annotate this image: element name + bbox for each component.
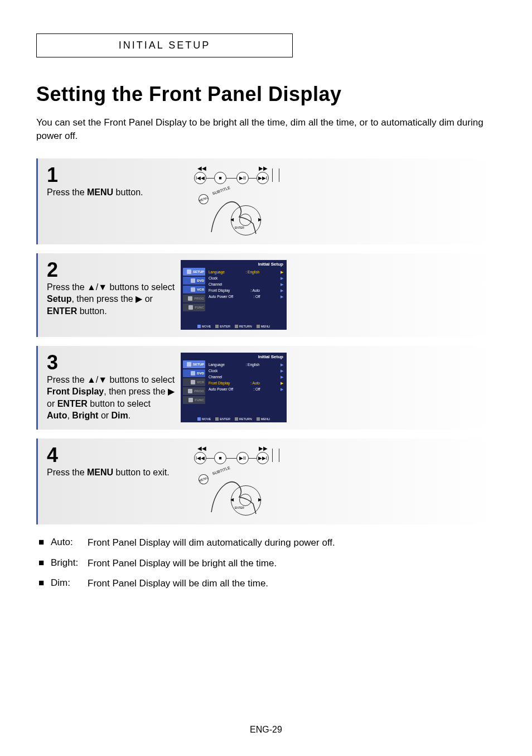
section-header-box: INITIAL SETUP [36,33,293,57]
menu-item-auto-power-off: Auto Power Off: Off▶ [209,386,283,392]
step-1-text: 1 Press the MENU button. [47,165,175,238]
stop-button-icon: ■ [214,172,226,184]
step-4-bold: MENU [87,468,113,477]
step-4-pre: Press the [47,468,87,477]
bullet-label: Dim: [51,577,88,590]
enter-icon [215,325,219,328]
menu-item-front-display: Front Display: Auto▶ [209,287,283,293]
page-title: Setting the Front Panel Display [36,83,496,106]
bullet-dim: ■ Dim: Front Panel Display will be dim a… [38,577,496,590]
step-2-instruction: Press the ▲/▼ buttons to select Setup, t… [47,281,175,317]
t: button. [77,306,107,316]
menu-screen-2: Initial Setup SETUP DVD VCR PROG FUNC La… [181,260,287,330]
t: button to select [88,399,151,408]
tape-icon [191,380,195,384]
step-3-text: 3 Press the ▲/▼ buttons to select Front … [47,353,175,423]
chevron-right-icon: ▶ [280,375,283,379]
t: or [98,411,111,420]
step-1-bold: MENU [87,187,113,197]
tab-func: FUNC [183,396,205,404]
rewind-icon: ◀◀ [197,445,206,451]
tab-setup: SETUP [183,360,205,368]
step-4-text: 4 Press the MENU button to exit. [47,445,175,518]
menu-item-front-display: Front Display: Auto▶ [209,380,283,386]
grid-icon [188,305,193,310]
chevron-right-icon: ▶ [280,363,283,367]
disc-icon [191,278,195,283]
b: Front Display [47,387,104,396]
step-1: 1 Press the MENU button. ◀◀ ▶▶ I◀◀ ■ ▶II… [36,158,496,244]
clock-icon [188,296,192,301]
stop-button-icon: ■ [214,452,226,464]
prev-button-icon: I◀◀ [194,452,206,464]
tab-prog: PROG [183,295,205,302]
step-4-instruction: Press the MENU button to exit. [47,466,175,479]
bullet-label: Bright: [51,557,88,570]
chevron-right-icon: ▶ [280,276,283,281]
hand-thumb-icon [209,190,264,235]
menu-items: Language: English▶ Clock▶ Channel▶ Front… [209,362,283,392]
t: Press the ▲/▼ buttons to select [47,375,175,384]
move-icon [197,417,201,421]
next-button-icon: ▶▶I [257,452,269,464]
step-1-graphic: ◀◀ ▶▶ I◀◀ ■ ▶II ▶▶I SUBTITLE MENU ◀ ▶ EN… [175,165,487,238]
step-3-graphic: Initial Setup SETUP DVD VCR PROG FUNC La… [175,353,487,423]
bullet-auto: ■ Auto: Front Panel Display will dim aut… [38,537,496,550]
remote-illustration: ◀◀ ▶▶ I◀◀ ■ ▶II ▶▶I SUBTITLE MENU ◀ ▶ EN… [181,165,287,238]
chevron-right-icon: ▶ [280,282,283,287]
chevron-right-icon: ▶ [280,295,283,299]
move-icon [197,325,201,328]
tab-dvd: DVD [183,277,205,285]
menu-items: Language: English▶ Clock▶ Channel▶ Front… [209,269,283,300]
step-1-instruction: Press the MENU button. [47,186,175,199]
rewind-icon: ◀◀ [197,165,206,171]
play-pause-button-icon: ▶II [236,452,249,464]
t: , [67,411,72,420]
step-4: 4 Press the MENU button to exit. ◀◀ ▶▶ I… [36,439,496,524]
bullet-icon: ■ [38,557,51,570]
remote-illustration: ◀◀ ▶▶ I◀◀ ■ ▶II ▶▶I SUBTITLE MENU ◀ ▶ EN… [181,445,287,518]
menu-item-language: Language: English▶ [209,362,283,368]
step-2-graphic: Initial Setup SETUP DVD VCR PROG FUNC La… [175,260,487,330]
t: . [128,411,130,420]
b: Bright [72,411,98,420]
clock-icon [188,389,192,393]
tab-prog: PROG [183,387,205,395]
page-number: ENG-29 [0,725,532,735]
menu-item-auto-power-off: Auto Power Off: Off▶ [209,293,283,300]
prev-button-icon: I◀◀ [194,172,206,184]
menu-item-clock: Clock▶ [209,368,283,374]
step-1-post: button. [113,187,143,197]
chevron-right-icon: ▶ [280,387,283,392]
intro-paragraph: You can set the Front Panel Display to b… [36,116,496,143]
t: Press the ▲/▼ buttons to select [47,282,175,292]
b: Setup [47,294,71,304]
next-button-icon: ▶▶I [257,172,269,184]
options-list: ■ Auto: Front Panel Display will dim aut… [36,537,496,591]
tape-icon [191,287,195,292]
tab-vcr: VCR [183,286,205,293]
return-icon [235,325,238,328]
disc-icon [191,371,195,375]
section-header: INITIAL SETUP [119,40,210,51]
tab-func: FUNC [183,304,205,311]
menu-screen-3: Initial Setup SETUP DVD VCR PROG FUNC La… [181,353,287,422]
menu-item-channel: Channel▶ [209,281,283,287]
bullet-icon: ■ [38,537,51,550]
menu-item-clock: Clock▶ [209,275,283,281]
bullet-desc: Front Panel Display will be bright all t… [88,557,496,570]
menu-title: Initial Setup [258,354,283,359]
tab-vcr: VCR [183,378,205,386]
step-3-instruction: Press the ▲/▼ buttons to select Front Di… [47,374,175,422]
menu-tabs: SETUP DVD VCR PROG FUNC [183,360,205,405]
bullet-bright: ■ Bright: Front Panel Display will be br… [38,557,496,570]
gear-icon [187,269,191,274]
gear-icon [187,362,191,367]
bullet-desc: Front Panel Display will dim automatical… [88,537,496,550]
step-2-number: 2 [47,260,175,280]
hand-thumb-icon [209,470,264,515]
step-2: 2 Press the ▲/▼ buttons to select Setup,… [36,253,496,337]
chevron-right-icon: ▶ [280,270,283,275]
step-2-text: 2 Press the ▲/▼ buttons to select Setup,… [47,260,175,330]
forward-icon: ▶▶ [259,445,268,451]
